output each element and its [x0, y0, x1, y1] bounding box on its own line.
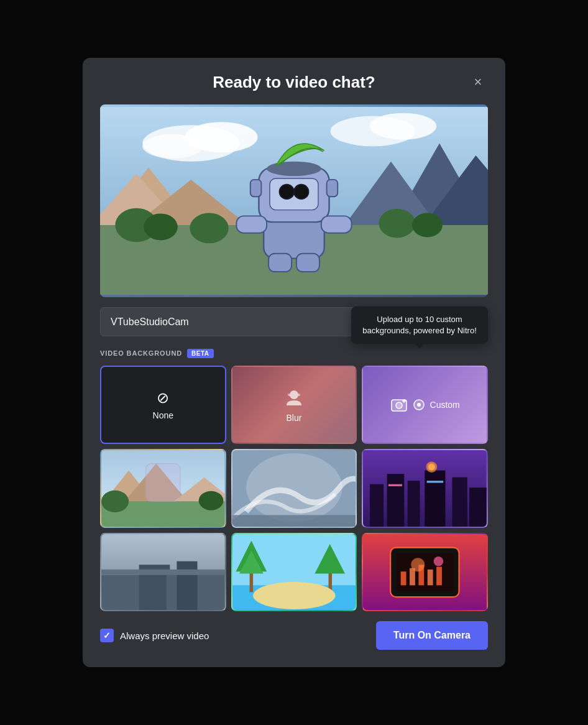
bg-option-blur-label: Blur: [287, 413, 302, 423]
svg-point-36: [396, 402, 402, 409]
svg-rect-52: [387, 474, 405, 527]
video-icon: [413, 399, 425, 411]
video-chat-modal: Ready to video chat? ×: [83, 58, 505, 668]
blur-icon: [283, 387, 305, 409]
svg-point-83: [411, 558, 425, 571]
scene5-preview: [232, 534, 356, 611]
bg-option-scene3[interactable]: [362, 449, 488, 528]
svg-point-3: [142, 134, 203, 158]
svg-rect-79: [410, 568, 415, 586]
svg-point-16: [379, 208, 416, 238]
bg-option-scene2[interactable]: [231, 449, 357, 528]
modal-title: Ready to video chat?: [213, 73, 375, 92]
svg-rect-81: [428, 570, 433, 585]
video-background-section: VIDEO BACKGROUND BETA Upload up to 10 cu…: [100, 349, 488, 612]
bg-option-scene5[interactable]: [231, 533, 357, 612]
video-bg-label-row: VIDEO BACKGROUND BETA: [100, 349, 488, 358]
svg-rect-55: [452, 478, 467, 527]
modal-overlay: Ready to video chat? ×: [0, 0, 588, 725]
beta-badge: BETA: [187, 349, 213, 358]
svg-rect-30: [269, 253, 292, 271]
bg-option-none-label: None: [153, 410, 173, 420]
svg-rect-58: [427, 481, 443, 483]
modal-header: Ready to video chat? ×: [100, 73, 488, 92]
video-preview: [100, 104, 488, 297]
bg-option-custom[interactable]: Custom: [362, 366, 488, 445]
svg-rect-53: [408, 481, 420, 526]
video-preview-inner: [100, 104, 488, 297]
scene4-preview: [101, 534, 225, 611]
svg-point-84: [434, 556, 443, 566]
close-button[interactable]: ×: [468, 72, 488, 92]
scene1-preview: [101, 450, 225, 527]
svg-point-38: [417, 403, 421, 407]
svg-point-27: [267, 161, 321, 175]
svg-point-24: [295, 185, 308, 198]
svg-rect-66: [101, 570, 225, 575]
bg-option-custom-label: Custom: [430, 400, 460, 410]
svg-rect-56: [469, 487, 487, 526]
bg-option-scene4[interactable]: [100, 533, 226, 612]
bg-option-blur[interactable]: Blur: [231, 366, 357, 445]
svg-rect-29: [321, 216, 352, 233]
svg-rect-65: [177, 561, 197, 610]
svg-point-44: [101, 491, 129, 512]
svg-rect-26: [327, 179, 338, 196]
svg-point-23: [280, 185, 293, 198]
svg-rect-28: [236, 216, 267, 233]
svg-rect-25: [250, 179, 262, 196]
bg-option-none[interactable]: ⊘ None: [100, 366, 226, 445]
svg-point-17: [412, 213, 443, 237]
svg-rect-57: [388, 484, 402, 486]
tooltip-bubble: Upload up to 10 custom backgrounds, powe…: [351, 306, 488, 343]
always-preview-text: Always preview video: [120, 630, 209, 641]
video-bg-label: VIDEO BACKGROUND: [100, 349, 182, 357]
always-preview-checkbox[interactable]: ✓: [100, 629, 114, 642]
svg-point-32: [290, 390, 298, 399]
modal-footer: ✓ Always preview video Turn On Camera: [100, 621, 488, 650]
checkmark-icon: ✓: [103, 630, 111, 640]
svg-rect-51: [370, 484, 384, 527]
svg-rect-54: [425, 471, 446, 527]
bg-options-grid: ⊘ None Blur: [100, 366, 488, 612]
custom-add-icon: [390, 396, 408, 413]
svg-point-34: [298, 394, 300, 396]
always-preview-label[interactable]: ✓ Always preview video: [100, 629, 209, 642]
scene3-preview: [363, 450, 487, 527]
svg-rect-49: [232, 515, 356, 527]
bg-option-scene6[interactable]: [362, 533, 488, 612]
svg-point-14: [144, 213, 178, 240]
svg-point-45: [199, 491, 224, 510]
svg-rect-78: [401, 571, 407, 585]
scene6-preview: [363, 534, 487, 611]
svg-point-74: [253, 582, 335, 609]
turn-on-camera-button[interactable]: Turn On Camera: [376, 621, 488, 650]
svg-rect-62: [101, 575, 142, 611]
svg-point-5: [370, 113, 436, 139]
scene2-preview: [232, 450, 356, 527]
svg-rect-31: [296, 253, 319, 271]
svg-point-15: [190, 213, 228, 243]
no-bg-icon: ⊘: [157, 389, 169, 407]
svg-rect-82: [436, 566, 442, 585]
svg-point-33: [288, 394, 290, 396]
svg-rect-46: [146, 464, 180, 502]
svg-point-60: [428, 464, 435, 471]
bg-option-scene1[interactable]: [100, 449, 226, 528]
